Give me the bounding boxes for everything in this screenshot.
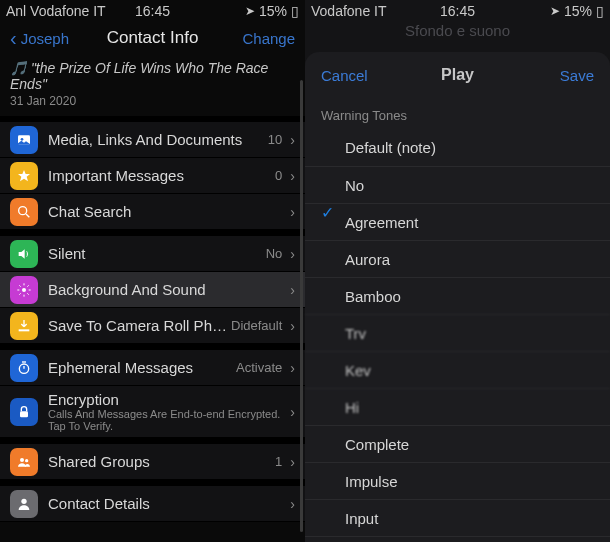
row-details-label: Contact Details [48,495,286,512]
battery-icon: ▯ [291,3,299,19]
timer-icon [10,354,38,382]
tone-row[interactable]: No [305,166,610,203]
row-encryption-sub: Calls And Messages Are End-to-end Encryp… [48,408,286,432]
change-button[interactable]: Change [242,30,295,47]
bio-block: 🎵 "the Prize Of Life Wins Who The Race E… [0,54,305,116]
tone-row-label: No [305,166,610,203]
chevron-right-icon: › [290,246,295,262]
tone-row-label: Agreement [305,203,610,240]
row-media[interactable]: Media, Links And Documents 10› [0,122,305,158]
tone-row[interactable]: Hi [305,388,610,425]
page-title: Contact Info [107,28,199,48]
row-silent-meta: No› [266,246,295,262]
row-search[interactable]: Chat Search › [0,194,305,230]
row-background[interactable]: Background And Sound › [0,272,305,308]
photos-icon [10,126,38,154]
row-encryption-label: Encryption [48,391,286,408]
row-contact-details[interactable]: Contact Details › [0,486,305,522]
row-important-meta: 0› [275,168,295,184]
status-right: ➤ 15% ▯ [245,3,299,19]
svg-line-12 [27,285,28,286]
tone-row[interactable]: Input [305,499,610,536]
back-button[interactable]: Joseph [10,27,69,50]
row-save[interactable]: Save To Camera Roll Photo Didefault› [0,308,305,344]
lock-icon [10,398,38,426]
bio-text: 🎵 "the Prize Of Life Wins Who The Race E… [10,60,295,92]
tone-row-label: Input [305,499,610,536]
row-important[interactable]: Important Messages 0› [0,158,305,194]
svg-line-10 [27,293,28,294]
tone-row[interactable]: Complete [305,425,610,462]
star-icon [10,162,38,190]
search-icon [10,198,38,226]
tone-row[interactable]: Popcorn [305,536,610,542]
tone-list: Default (note)No✓AgreementAuroraBambooTr… [305,129,610,542]
row-background-label: Background And Sound [48,281,286,298]
chevron-right-icon: › [290,360,295,376]
modal-nav: Cancel Play Save [305,52,610,98]
row-silent[interactable]: Silent No› [0,236,305,272]
tone-row[interactable]: Impulse [305,462,610,499]
svg-rect-16 [22,361,26,362]
tone-row-label: Trv [305,314,610,351]
tone-row[interactable]: Default (note) [305,129,610,166]
row-silent-label: Silent [48,245,266,262]
section-header-tones: Warning Tones [305,98,610,129]
tone-row-label: Impulse [305,462,610,499]
groups-icon [10,448,38,476]
tone-row-label: Kev [305,351,610,388]
music-note-icon: 🎵 [10,60,27,76]
chevron-right-icon: › [290,204,295,220]
tone-picker-modal: Cancel Play Save Warning Tones Default (… [305,52,610,542]
svg-line-11 [19,293,20,294]
svg-point-1 [21,138,24,141]
chevron-right-icon: › [290,168,295,184]
bio-date: 31 Jan 2020 [10,94,295,108]
save-button[interactable]: Save [560,67,594,84]
checkmark-icon: ✓ [321,203,334,222]
svg-point-20 [21,498,26,503]
chevron-right-icon: › [290,318,295,334]
svg-point-2 [19,206,27,214]
tone-row-label: Bamboo [305,277,610,314]
row-ephemeral[interactable]: Ephemeral Messages Activate› [0,350,305,386]
svg-line-9 [19,285,20,286]
chevron-right-icon: › [290,496,295,512]
chevron-right-icon: › [290,132,295,148]
tone-row[interactable]: Aurora [305,240,610,277]
row-search-label: Chat Search [48,203,286,220]
row-ephemeral-meta: Activate› [236,360,295,376]
chevron-right-icon: › [290,282,295,298]
tone-row-label: Aurora [305,240,610,277]
svg-point-14 [19,364,28,373]
row-shared-label: Shared Groups [48,453,275,470]
carrier-label: Vodafone IT [311,3,387,19]
tone-row[interactable]: Kev [305,351,610,388]
person-icon [10,490,38,518]
tone-row-label: Default (note) [305,129,610,166]
row-encryption[interactable]: Encryption Calls And Messages Are End-to… [0,386,305,438]
tone-row[interactable]: ✓Agreement [305,203,610,240]
row-save-meta: Didefault› [231,318,295,334]
cancel-button[interactable]: Cancel [321,67,368,84]
clock-label: 16:45 [440,3,475,19]
bio-quote: "the Prize Of Life Wins Who The Race End… [10,60,268,92]
row-ephemeral-label: Ephemeral Messages [48,359,236,376]
tone-row-label: Popcorn [305,536,610,542]
status-right: ➤ 15% ▯ [550,3,604,19]
download-icon [10,312,38,340]
chevron-right-icon: › [290,404,295,420]
speaker-icon [10,240,38,268]
scroll-indicator [300,80,303,532]
tone-row[interactable]: Trv [305,314,610,351]
tone-row-label: Complete [305,425,610,462]
tone-row[interactable]: Bamboo [305,277,610,314]
svg-point-4 [22,288,26,292]
left-pane-contact-info: Anl Vodafone IT 16:45 ➤ 15% ▯ Joseph Con… [0,0,305,542]
svg-rect-13 [19,329,30,331]
clock-label: 16:45 [135,3,170,19]
status-bar: Vodafone IT 16:45 ➤ 15% ▯ [305,0,610,22]
chevron-right-icon: › [290,454,295,470]
location-icon: ➤ [550,4,560,18]
row-shared[interactable]: Shared Groups 1› [0,444,305,480]
